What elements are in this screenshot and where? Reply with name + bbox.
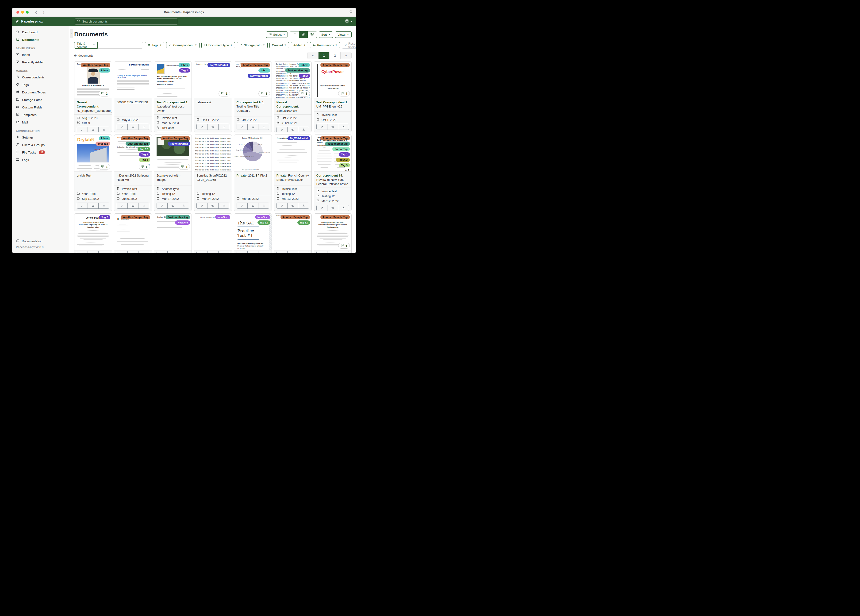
view-document-button[interactable]: [128, 251, 138, 253]
tag-pill[interactable]: Another Sample Tag: [160, 136, 190, 140]
document-card[interactable]: This is a multi page document. Page 1.Ne…: [194, 214, 232, 253]
sidebar-item-documentation[interactable]: Documentation: [12, 237, 69, 245]
sidebar-item-correspondents[interactable]: Correspondents: [12, 74, 69, 81]
app-brand[interactable]: Paperless-ngx: [12, 19, 69, 23]
tag-pill[interactable]: Another Sample Tag: [81, 63, 110, 67]
tag-pill[interactable]: Tag 2: [139, 152, 150, 157]
view-document-button[interactable]: [287, 251, 298, 253]
download-document-button[interactable]: [138, 203, 149, 209]
filter-permissions-button[interactable]: Permissions▼: [310, 42, 340, 48]
edit-document-button[interactable]: [117, 203, 128, 209]
tag-pill[interactable]: Tag 3: [339, 163, 350, 167]
tag-pill[interactable]: Inbox: [259, 68, 270, 72]
edit-document-button[interactable]: [237, 203, 248, 209]
document-correspondent[interactable]: Test Correspondent 1: [157, 101, 187, 104]
view-document-button[interactable]: [207, 203, 218, 209]
filter-field-selector[interactable]: Title & content ▼: [74, 42, 98, 49]
document-title[interactable]: InDesign 2022 Scripting Read Me: [114, 171, 152, 183]
tag-pill[interactable]: Tag 3: [139, 158, 150, 162]
view-toggle-grid[interactable]: [299, 31, 308, 38]
sidebar-item-templates[interactable]: Templates: [12, 111, 69, 119]
document-card[interactable]: Country,Region/State,"TagWithPartial1tab…: [194, 61, 232, 132]
tag-pill[interactable]: Just another tag: [165, 215, 190, 219]
document-title[interactable]: Correspondent 14: Review-of-New-York-Fed…: [314, 171, 352, 188]
tag-pill[interactable]: Another Sample Tag: [121, 136, 150, 140]
document-correspondent[interactable]: Correspondent 9: [237, 101, 261, 104]
tag-pill[interactable]: Tag 12: [297, 220, 310, 225]
tag-pill[interactable]: Test Tag: [96, 141, 111, 146]
document-card[interactable]: Medical TeacherHas the new Kirkpatrick g…: [154, 61, 192, 132]
document-card[interactable]: Lorem ipsumLorem ipsum dolor sit amet, c…: [314, 214, 352, 253]
sidebar-item-mail[interactable]: Mail: [12, 119, 69, 126]
sort-button[interactable]: Sort▼: [319, 31, 333, 38]
global-search[interactable]: Search documents: [75, 18, 178, 25]
edit-document-button[interactable]: [117, 124, 128, 130]
edit-document-button[interactable]: [277, 127, 287, 132]
document-title[interactable]: Correspondent 9: 1 Testing New Title Upd…: [234, 98, 271, 114]
tag-pill[interactable]: NewOne: [255, 215, 270, 219]
tag-pill[interactable]: Tag 12: [257, 220, 270, 225]
document-title[interactable]: Newest Correspondent: H7_Napoleon_Bonapa…: [74, 98, 112, 114]
document-correspondent[interactable]: Correspondent 14: [316, 174, 342, 177]
filter-tags-button[interactable]: Tags▼: [145, 42, 164, 48]
view-document-button[interactable]: [88, 203, 99, 209]
tag-pill[interactable]: Inbox: [99, 68, 110, 72]
sidebar-item-file-tasks[interactable]: File Tasks16: [12, 149, 69, 156]
tag-pill[interactable]: Inbox: [179, 63, 190, 67]
document-card[interactable]: The SATPracticeTest #1Make time to take …: [234, 214, 272, 253]
download-document-button[interactable]: [298, 251, 309, 253]
edit-document-button[interactable]: [317, 251, 327, 253]
sidebar-item-custom-fields[interactable]: Custom Fields: [12, 104, 69, 111]
edit-document-button[interactable]: [317, 124, 327, 130]
view-document-button[interactable]: [88, 251, 99, 253]
tag-pill[interactable]: Just another tag: [126, 141, 151, 146]
document-correspondent[interactable]: Newest Correspondent: [276, 101, 298, 108]
tag-pill[interactable]: Inbox: [298, 63, 310, 67]
document-title[interactable]: Test Correspondent 1: [paperless] test p…: [154, 98, 191, 114]
tag-pill[interactable]: Another Sample Tag: [121, 215, 150, 219]
sidebar-item-documents[interactable]: Documents: [12, 36, 69, 43]
tag-pill[interactable]: TagWithPartial: [248, 74, 270, 78]
document-title[interactable]: tablerates2: [194, 98, 231, 106]
view-document-button[interactable]: [287, 203, 298, 209]
document-title[interactable]: Newest Correspondent: Sample100.csv: [274, 98, 311, 114]
view-document-button[interactable]: [88, 127, 99, 132]
edit-document-button[interactable]: [117, 251, 128, 253]
edit-document-button[interactable]: [237, 251, 248, 253]
tag-pill[interactable]: TagWithPartial: [287, 136, 310, 140]
sidebar-item-users-groups[interactable]: Users & Groups: [12, 141, 69, 149]
document-card[interactable]: This is a testAnother Sample TagTag 12: [274, 214, 312, 253]
download-document-button[interactable]: [338, 251, 349, 253]
sidebar-item-document-types[interactable]: Document Types: [12, 88, 69, 96]
tag-pill[interactable]: Tag 2: [299, 74, 310, 78]
view-toggle-detail[interactable]: [308, 31, 317, 38]
tag-pill[interactable]: Just another tag: [285, 68, 310, 72]
pager-next-button[interactable]: »: [341, 52, 352, 59]
download-document-button[interactable]: [338, 205, 349, 211]
tag-pill[interactable]: Tag 222: [336, 158, 350, 162]
document-card[interactable]: Another Sample TagTagWithPartial12sample…: [154, 135, 192, 211]
edit-document-button[interactable]: [77, 127, 88, 132]
sidebar-item-storage-paths[interactable]: Storage Paths: [12, 96, 69, 104]
edit-document-button[interactable]: [77, 203, 88, 209]
tag-pill[interactable]: Tag 12: [138, 147, 150, 151]
download-document-button[interactable]: [218, 124, 229, 130]
view-document-button[interactable]: [128, 203, 138, 209]
download-document-button[interactable]: [338, 124, 349, 130]
filter-created-button[interactable]: Created▼: [270, 42, 289, 48]
document-title[interactable]: 0004814539_20230531: [114, 98, 152, 106]
download-document-button[interactable]: [298, 203, 309, 209]
document-card[interactable]: Contact Sheet DemoJust another tagNewOne: [154, 214, 192, 253]
download-document-button[interactable]: [298, 127, 309, 132]
document-card[interactable]: ✻ BANK OF SCOTLAND2,0 % p. a. auf Ihr Ta…: [114, 61, 152, 132]
tag-pill[interactable]: Another Sample Tag: [281, 215, 310, 219]
document-card[interactable]: Lorem ipsumLorem ipsum dolor sit amet, c…: [74, 214, 112, 253]
download-document-button[interactable]: [99, 127, 109, 132]
sidebar-item-logs[interactable]: Logs: [12, 156, 69, 163]
share-icon[interactable]: [349, 9, 353, 14]
tag-pill[interactable]: TagWithPartial: [207, 63, 230, 67]
download-document-button[interactable]: [99, 251, 109, 253]
edit-document-button[interactable]: [237, 124, 248, 130]
document-card[interactable]: DrylabNNETFLIXInboxTest Tag1drylab TestY…: [74, 135, 112, 211]
filter-text-input[interactable]: [98, 42, 143, 49]
